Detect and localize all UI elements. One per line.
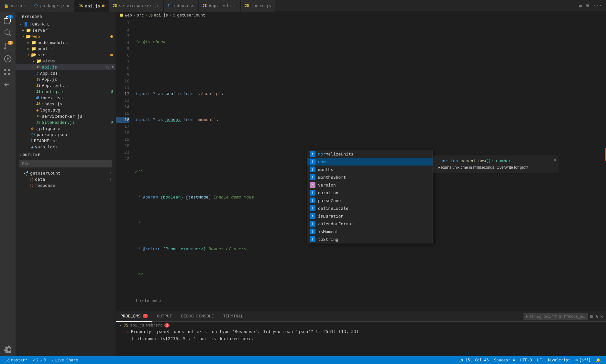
tab-service-worker[interactable]: JS serviceWorker.js bbox=[109, 0, 163, 12]
search-button[interactable] bbox=[2, 27, 14, 39]
sidebar-item-site-header[interactable]: JS SiteHeader.js U bbox=[16, 119, 116, 125]
sidebar-item-service-worker[interactable]: JS serviceWorker.js bbox=[16, 113, 116, 119]
panel-layout-button[interactable]: ⊞ bbox=[590, 313, 593, 319]
extensions-button[interactable] bbox=[2, 66, 14, 78]
panel-tab-debug-console[interactable]: DEBUG CONSOLE bbox=[177, 311, 219, 322]
sb-notification[interactable]: 🔔 bbox=[593, 356, 603, 364]
ac-item-version[interactable]: p version bbox=[307, 181, 433, 189]
git-graph-button[interactable] bbox=[2, 79, 14, 91]
ac-item-defineLocale[interactable]: f defineLocale bbox=[307, 204, 433, 212]
panel-close-button[interactable]: ✕ bbox=[600, 313, 603, 319]
outline-item-getUserCount[interactable]: ▾ ƒ getUserCount 1 bbox=[16, 170, 116, 176]
tab-index-css[interactable]: # index.css bbox=[164, 0, 199, 12]
folder-icon3: 📁 bbox=[31, 46, 36, 51]
panel-collapse-button[interactable]: ∧ bbox=[595, 313, 599, 319]
sb-feedback[interactable]: ☺ [off] bbox=[573, 356, 593, 364]
sb-position[interactable]: Ln 15, Col 45 bbox=[456, 356, 491, 364]
panel-tab-actions: ⊞ ∧ ✕ bbox=[521, 313, 606, 320]
problem-item-1[interactable]: ✕ Property 'jsonX' does not exist on typ… bbox=[120, 328, 602, 335]
ac-item-calendarFormat[interactable]: f calendarFormat bbox=[307, 220, 433, 228]
sidebar-item-gitignore[interactable]: ⚙ .gitignore bbox=[16, 125, 116, 132]
ac-item-months[interactable]: f months bbox=[307, 166, 433, 173]
more-actions-button[interactable]: ··· bbox=[591, 1, 603, 10]
tab-app-test[interactable]: JS App.test.js bbox=[199, 0, 241, 12]
outline-item-response[interactable]: ⬡ response bbox=[16, 182, 116, 188]
layout-button[interactable]: ⊞ bbox=[584, 1, 590, 10]
sidebar-item-app-js[interactable]: JS App.js bbox=[16, 76, 116, 82]
autocomplete-dropdown[interactable]: f normalizeUnits f now f months f months… bbox=[307, 150, 433, 243]
code-line-2 bbox=[135, 65, 606, 71]
split-editor-button[interactable]: ⇄ bbox=[578, 1, 583, 10]
settings-button[interactable] bbox=[2, 345, 14, 356]
bc-web[interactable]: web bbox=[120, 13, 132, 17]
outline-item-data[interactable]: ⬡ data 1 bbox=[16, 176, 116, 182]
panel-tab-output[interactable]: OUTPUT bbox=[152, 311, 177, 322]
sidebar-item-web[interactable]: ▾ 📂 web bbox=[16, 33, 116, 39]
sb-language[interactable]: JavaScript bbox=[544, 356, 573, 364]
sidebar-item-index-js[interactable]: JS index.js bbox=[16, 101, 116, 107]
panel-filter-input[interactable] bbox=[523, 313, 588, 320]
sb-line-ending[interactable]: LF bbox=[534, 356, 544, 364]
sb-spaces[interactable]: Spaces: 4 bbox=[491, 356, 518, 364]
bc-getUserCount[interactable]: ⬡ getUserCount bbox=[173, 13, 205, 17]
sb-encoding[interactable]: UTF-8 bbox=[518, 356, 534, 364]
sidebar-item-node-modules[interactable]: ▶ 📁 node_modules bbox=[16, 39, 116, 46]
tab-yarn-lock[interactable]: 🔒 n.lock bbox=[0, 0, 30, 12]
code-editor[interactable]: 1234 5678 91011 12 131415 16 171819 2021… bbox=[116, 19, 606, 311]
folder-icon2: 📁 bbox=[31, 40, 36, 45]
ac-item-now[interactable]: f now bbox=[307, 158, 433, 166]
problems-badge: 2 bbox=[143, 314, 148, 318]
sidebar-item-index-css[interactable]: # index.css bbox=[16, 95, 116, 101]
run-button[interactable] bbox=[2, 53, 14, 65]
ac-item-parseZone[interactable]: f parseZone bbox=[307, 197, 433, 204]
sb-live-share[interactable]: ↗ Live Share bbox=[49, 356, 81, 364]
sidebar-item-views[interactable]: ▶ 📁 views bbox=[16, 58, 116, 64]
public-arrow: ▶ bbox=[26, 47, 31, 50]
folder-open-icon2: 📂 bbox=[31, 52, 36, 57]
tab-api-js[interactable]: JS api.js bbox=[75, 0, 109, 12]
bc-src[interactable]: src bbox=[137, 13, 144, 17]
outline-header[interactable]: ▾ OUTLINE bbox=[16, 150, 116, 159]
panel-tab-problems[interactable]: PROBLEMS 2 bbox=[116, 311, 152, 322]
sidebar-item-app-test-js[interactable]: JS App.test.js bbox=[16, 82, 116, 89]
breadcrumb: web › src › JS api.js › ⬡ getUserCount bbox=[116, 12, 606, 19]
outline-filter-input[interactable] bbox=[19, 160, 112, 167]
var-icon: ⬡ bbox=[30, 177, 33, 182]
sb-branch[interactable]: ⎇ master* bbox=[3, 356, 30, 364]
sidebar-item-api-js[interactable]: JS api.js 2, U bbox=[16, 64, 116, 70]
sidebar-item-logo-svg[interactable]: ◈ logo.svg bbox=[16, 107, 116, 113]
source-control-button[interactable]: 5 bbox=[2, 40, 14, 52]
tab-package-json[interactable]: {} package.json bbox=[30, 0, 75, 12]
ac-item-isMoment[interactable]: f isMoment bbox=[307, 228, 433, 235]
source-control-badge: 5 bbox=[8, 41, 13, 45]
sb-errors[interactable]: ✕ 2 ⚠ 0 bbox=[30, 356, 49, 364]
bc-sep2: › bbox=[145, 13, 148, 17]
tabs-bar: 🔒 n.lock {} package.json JS api.js JS se… bbox=[0, 0, 606, 12]
bc-api-js[interactable]: JS api.js bbox=[149, 13, 168, 17]
ac-item-toString[interactable]: f toString bbox=[307, 235, 433, 243]
tooltip-close-button[interactable]: ✕ bbox=[554, 157, 556, 162]
sidebar-item-package-json[interactable]: {} package.json bbox=[16, 132, 116, 138]
ac-item-duration[interactable]: f duration bbox=[307, 189, 433, 197]
explorer-button[interactable]: 2 bbox=[2, 14, 14, 26]
tab-index-js[interactable]: JS index.js bbox=[241, 0, 275, 12]
ac-fn-icon: f bbox=[310, 151, 315, 157]
sidebar-item-server[interactable]: ▶ 📁 server bbox=[16, 27, 116, 33]
panel-tab-terminal[interactable]: TERMINAL bbox=[218, 311, 248, 322]
web-modified-dot bbox=[110, 35, 113, 38]
ac-item-monthsShort[interactable]: f monthsShort bbox=[307, 173, 433, 181]
sidebar-item-readme[interactable]: ℹ README.md bbox=[16, 138, 116, 144]
sidebar-item-config-js[interactable]: JS config.js U bbox=[16, 89, 116, 95]
sidebar-item-src[interactable]: ▾ 📂 src bbox=[16, 52, 116, 58]
problem-group-api-js[interactable]: ▾ JS api.js web/src 2 bbox=[120, 323, 602, 327]
problem-item-2[interactable]: ℹ lib.dom.d.ts[2230, 5]: 'json' is decla… bbox=[120, 335, 602, 342]
ac-fn-icon10: f bbox=[310, 229, 315, 234]
js-icon3: JS bbox=[203, 4, 207, 8]
sidebar-root[interactable]: ▾ 👤 TOASTR'E bbox=[16, 21, 116, 27]
sidebar-item-app-css[interactable]: # App.css bbox=[16, 70, 116, 76]
sidebar-item-yarn-lock[interactable]: ◈ yarn.lock bbox=[16, 144, 116, 150]
ac-item-normalizeUnits[interactable]: f normalizeUnits bbox=[307, 150, 433, 158]
smiley-icon: ☺ bbox=[576, 358, 578, 362]
ac-item-isDuration[interactable]: f isDuration bbox=[307, 212, 433, 220]
sidebar-item-public[interactable]: ▶ 📁 public bbox=[16, 46, 116, 52]
